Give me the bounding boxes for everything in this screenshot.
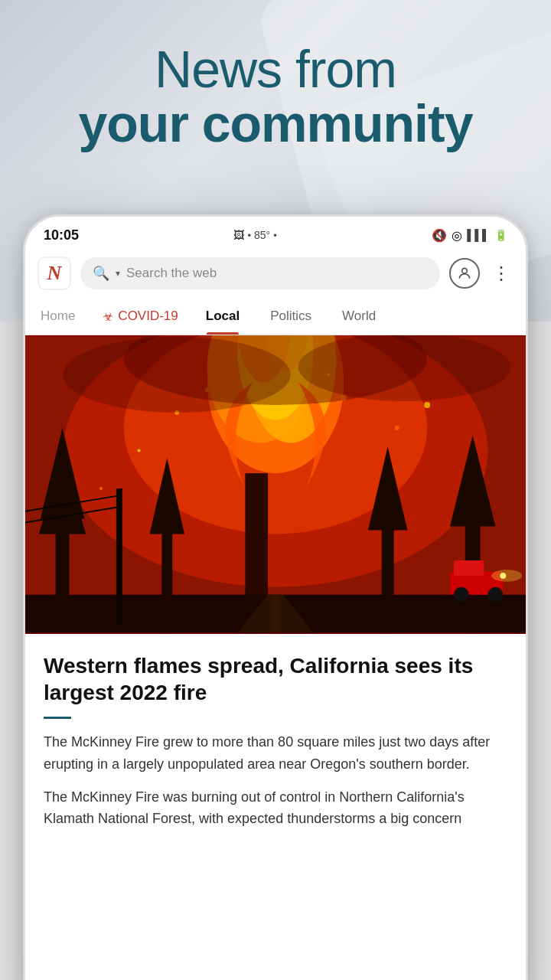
article-image xyxy=(25,335,526,634)
search-icon: 🔍 xyxy=(93,265,109,282)
user-icon-button[interactable] xyxy=(449,258,480,289)
tab-covid-label: COVID-19 xyxy=(118,309,178,324)
article-divider xyxy=(44,717,71,719)
svg-point-29 xyxy=(491,570,522,582)
svg-point-32 xyxy=(138,449,141,452)
tab-world[interactable]: World xyxy=(327,298,391,335)
status-center: 🖼 • 85° • xyxy=(233,229,276,241)
svg-point-27 xyxy=(487,587,503,603)
article-title: Western flames spread, California sees i… xyxy=(44,652,507,706)
mute-icon: 🔇 xyxy=(432,228,447,243)
search-bar[interactable]: 🔍 ▾ Search the web xyxy=(80,257,440,289)
svg-point-35 xyxy=(424,402,430,408)
article-body-2: The McKinney Fire was burning out of con… xyxy=(44,786,507,831)
svg-point-39 xyxy=(64,337,291,413)
tab-politics[interactable]: Politics xyxy=(255,298,327,335)
phone-mockup: 10:05 🖼 • 85° • 🔇 ◎ ▌▌▌ 🔋 N 🔍 ▾ Search t… xyxy=(23,214,528,980)
svg-point-0 xyxy=(462,268,468,273)
headline-area: News from your community xyxy=(0,42,551,152)
article-content: Western flames spread, California sees i… xyxy=(25,634,526,845)
svg-point-40 xyxy=(298,335,510,401)
tab-home[interactable]: Home xyxy=(25,298,90,335)
article-body-1: The McKinney Fire grew to more than 80 s… xyxy=(44,731,507,776)
status-bar: 10:05 🖼 • 85° • 🔇 ◎ ▌▌▌ 🔋 xyxy=(25,217,526,250)
battery-icon: 🔋 xyxy=(494,229,507,241)
status-temp: 85° xyxy=(254,229,270,241)
status-dot2: • xyxy=(273,230,277,241)
svg-point-26 xyxy=(454,587,469,603)
svg-point-34 xyxy=(99,487,103,490)
nav-tabs: Home ☣ COVID-19 Local Politics World xyxy=(25,298,526,335)
covid-icon: ☣ xyxy=(103,309,113,324)
status-photo-icon: 🖼 xyxy=(233,229,244,241)
signal-icon: ▌▌▌ xyxy=(467,229,490,241)
headline-line1: News from xyxy=(0,42,551,96)
status-dot1: • xyxy=(247,230,251,241)
status-icons: 🔇 ◎ ▌▌▌ 🔋 xyxy=(432,228,507,243)
address-bar: N 🔍 ▾ Search the web ⋮ xyxy=(25,250,526,298)
svg-rect-20 xyxy=(272,595,279,633)
nc-logo[interactable]: N xyxy=(37,256,71,290)
wifi-icon: ◎ xyxy=(452,228,462,243)
headline-line2: your community xyxy=(0,96,551,151)
search-input[interactable]: Search the web xyxy=(126,266,428,281)
status-time: 10:05 xyxy=(44,227,79,243)
more-options-button[interactable]: ⋮ xyxy=(489,260,514,287)
fire-svg xyxy=(25,335,526,634)
svg-point-33 xyxy=(395,426,399,430)
svg-rect-25 xyxy=(454,560,484,576)
tab-local[interactable]: Local xyxy=(191,298,255,335)
dropdown-arrow-icon: ▾ xyxy=(116,268,120,279)
tab-covid[interactable]: ☣ COVID-19 xyxy=(90,298,190,335)
svg-rect-21 xyxy=(116,488,122,625)
